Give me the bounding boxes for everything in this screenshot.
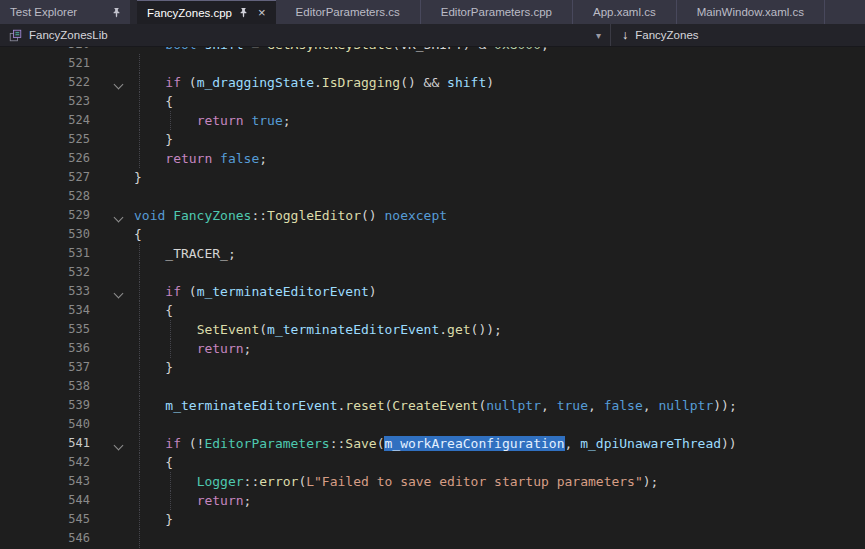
code-text: void FancyZones::ToggleEditor() noexcept	[134, 206, 865, 225]
code-line[interactable]: 543 Logger::error(L"Failed to save edito…	[0, 472, 865, 491]
fold-margin	[108, 396, 134, 415]
project-dropdown-label: FancyZonesLib	[29, 29, 108, 41]
line-number: 530	[0, 225, 108, 244]
line-number: 545	[0, 510, 108, 529]
code-line[interactable]: 528	[0, 187, 865, 206]
line-number: 524	[0, 111, 108, 130]
tab-label: FancyZones.cpp	[147, 7, 232, 19]
fold-chevron-icon[interactable]	[108, 206, 134, 225]
line-number: 521	[0, 54, 108, 73]
code-line[interactable]: 540	[0, 415, 865, 434]
panel-divider	[130, 0, 137, 24]
pin-icon[interactable]	[111, 7, 122, 18]
fold-margin	[108, 491, 134, 510]
line-number: 539	[0, 396, 108, 415]
code-line[interactable]: 544 return;	[0, 491, 865, 510]
fold-margin	[108, 472, 134, 491]
fold-margin	[108, 54, 134, 73]
code-text: }	[134, 168, 865, 187]
line-number: 534	[0, 301, 108, 320]
member-dropdown[interactable]: ↓ FancyZones	[611, 29, 710, 42]
fold-margin	[108, 301, 134, 320]
fold-margin	[108, 529, 134, 548]
fold-margin	[108, 130, 134, 149]
tab-label: MainWindow.xaml.cs	[697, 6, 804, 18]
line-number: 536	[0, 339, 108, 358]
fold-chevron-icon[interactable]	[108, 434, 134, 453]
tab-mainwindow-xaml-cs[interactable]: MainWindow.xaml.cs	[677, 0, 825, 24]
code-line[interactable]: 523 {	[0, 92, 865, 111]
chevron-down-icon: ▾	[596, 30, 601, 41]
code-line[interactable]: 527}	[0, 168, 865, 187]
code-text: return false;	[134, 149, 865, 168]
code-line[interactable]: 532	[0, 263, 865, 282]
code-line[interactable]: 531 _TRACER_;	[0, 244, 865, 263]
line-number: 529	[0, 206, 108, 225]
code-text: SetEvent(m_terminateEditorEvent.get());	[134, 320, 865, 339]
tab-editorparameters-cpp[interactable]: EditorParameters.cpp	[421, 0, 573, 24]
down-arrow-icon: ↓	[622, 29, 628, 42]
code-editor[interactable]: 520 bool shift = GetAsyncKeyState(VK_SHI…	[0, 47, 865, 549]
line-number: 523	[0, 92, 108, 111]
project-dropdown[interactable]: FancyZonesLib ▾	[0, 29, 610, 42]
line-number: 546	[0, 529, 108, 548]
fold-chevron-icon[interactable]	[108, 282, 134, 301]
code-line[interactable]: 522 if (m_draggingState.IsDragging() && …	[0, 73, 865, 92]
code-line[interactable]: 534 {	[0, 301, 865, 320]
tab-editorparameters-cs[interactable]: EditorParameters.cs	[276, 0, 421, 24]
code-text: {	[134, 301, 865, 320]
line-number: 522	[0, 73, 108, 92]
code-line[interactable]: 524 return true;	[0, 111, 865, 130]
navigation-bar: FancyZonesLib ▾ ↓ FancyZones	[0, 24, 865, 47]
fold-margin	[108, 453, 134, 472]
code-line[interactable]: 526 return false;	[0, 149, 865, 168]
tab-test-explorer[interactable]: Test Explorer	[0, 0, 130, 24]
code-line[interactable]: 546	[0, 529, 865, 548]
code-text: _TRACER_;	[134, 244, 865, 263]
code-line[interactable]: 521	[0, 54, 865, 73]
visual-studio-window: Test Explorer FancyZones.cpp × EditorPar…	[0, 0, 865, 549]
pin-icon[interactable]	[238, 7, 249, 18]
line-number: 540	[0, 415, 108, 434]
fold-margin	[108, 358, 134, 377]
fold-margin	[108, 415, 134, 434]
code-line[interactable]: 533 if (m_terminateEditorEvent)	[0, 282, 865, 301]
code-line[interactable]: 535 SetEvent(m_terminateEditorEvent.get(…	[0, 320, 865, 339]
tab-app-xaml-cs[interactable]: App.xaml.cs	[573, 0, 677, 24]
line-number: 538	[0, 377, 108, 396]
code-line[interactable]: 536 return;	[0, 339, 865, 358]
code-text: return;	[134, 491, 865, 510]
line-number: 526	[0, 149, 108, 168]
code-line[interactable]: 537 }	[0, 358, 865, 377]
code-line[interactable]: 538	[0, 377, 865, 396]
tab-label: EditorParameters.cs	[296, 6, 400, 18]
line-number: 528	[0, 187, 108, 206]
code-line[interactable]: 539 m_terminateEditorEvent.reset(CreateE…	[0, 396, 865, 415]
code-line[interactable]: 529void FancyZones::ToggleEditor() noexc…	[0, 206, 865, 225]
fold-margin	[108, 244, 134, 263]
code-text	[134, 415, 865, 434]
fold-chevron-icon[interactable]	[108, 73, 134, 92]
code-line[interactable]: 520 bool shift = GetAsyncKeyState(VK_SHI…	[0, 47, 865, 54]
close-icon[interactable]: ×	[258, 6, 266, 19]
code-text: return;	[134, 339, 865, 358]
code-text: }	[134, 510, 865, 529]
tab-fancyzones-cpp[interactable]: FancyZones.cpp ×	[137, 0, 276, 24]
line-number: 531	[0, 244, 108, 263]
code-line[interactable]: 545 }	[0, 510, 865, 529]
line-number: 544	[0, 491, 108, 510]
code-text	[134, 187, 865, 206]
code-text: if (m_draggingState.IsDragging() && shif…	[134, 73, 865, 92]
line-number: 543	[0, 472, 108, 491]
project-icon	[9, 29, 22, 42]
code-line[interactable]: 542 {	[0, 453, 865, 472]
fold-margin	[108, 111, 134, 130]
code-text: m_terminateEditorEvent.reset(CreateEvent…	[134, 396, 865, 415]
code-line[interactable]: 525 }	[0, 130, 865, 149]
line-number: 542	[0, 453, 108, 472]
code-line[interactable]: 541 if (!EditorParameters::Save(m_workAr…	[0, 434, 865, 453]
member-dropdown-label: FancyZones	[635, 29, 698, 41]
code-text	[134, 263, 865, 282]
line-number: 532	[0, 263, 108, 282]
code-line[interactable]: 530{	[0, 225, 865, 244]
